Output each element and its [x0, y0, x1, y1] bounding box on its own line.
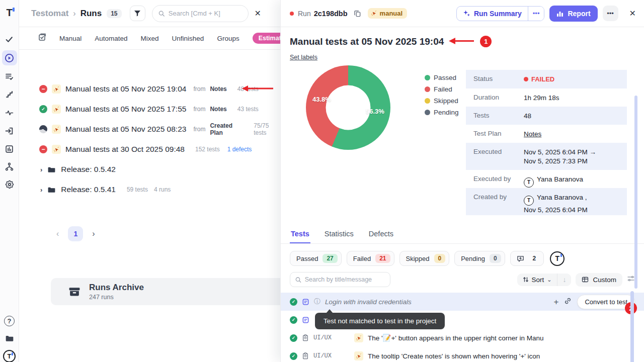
- runs-list: − Manual tests at 05 Nov 2025 19:04 from…: [19, 79, 280, 200]
- select-runs-icon[interactable]: [38, 33, 46, 43]
- test-tag: UI/UX: [313, 334, 350, 341]
- detail-tabs: Tests Statistics Defects: [281, 226, 644, 244]
- assignee-avatar[interactable]: T: [550, 251, 565, 266]
- link-icon[interactable]: [564, 297, 572, 307]
- activity-icon[interactable]: [2, 105, 17, 120]
- docs-folder-icon[interactable]: [2, 331, 17, 346]
- tests-search-input[interactable]: [305, 276, 385, 283]
- tab-estimate-badge[interactable]: Estimate: [253, 33, 280, 44]
- branch-icon[interactable]: [2, 159, 17, 174]
- info-row-duration: Duration 1h 29m 18s: [466, 88, 627, 107]
- run-summary-more-button[interactable]: •••: [528, 7, 544, 21]
- run-title: Manual tests at 05 Nov 2025 08:23: [65, 125, 186, 134]
- chip-passed[interactable]: Passed27: [290, 251, 342, 266]
- run-row[interactable]: − Manual tests at 05 Nov 2025 19:04 from…: [19, 79, 280, 99]
- test-row[interactable]: ✓ UI/UX The tooltip 'Create notes' is sh…: [281, 347, 644, 362]
- detail-close-icon[interactable]: ✕: [629, 9, 636, 18]
- run-id: 2c198dbb: [314, 10, 348, 18]
- copy-icon: [354, 10, 361, 17]
- download-button[interactable]: ↓: [557, 274, 571, 286]
- tab-manual[interactable]: Manual: [59, 35, 82, 42]
- copy-run-id-button[interactable]: [354, 10, 361, 17]
- tab-defects[interactable]: Defects: [368, 226, 394, 243]
- folder-title: Release: 0.5.42: [61, 165, 116, 174]
- tab-statistics[interactable]: Statistics: [324, 226, 355, 243]
- chevron-down-icon: ⌄: [547, 277, 551, 283]
- help-icon[interactable]: ?: [2, 313, 17, 328]
- release-folder-row[interactable]: › Release: 0.5.41 59 tests 4 runs: [19, 179, 280, 200]
- testomat-logo[interactable]: T: [2, 5, 17, 20]
- duration-value: 1h 29m 18s: [524, 88, 559, 103]
- custom-columns-button[interactable]: Custom: [576, 273, 622, 287]
- sort-label: Sort: [532, 276, 544, 284]
- chevron-right-icon[interactable]: ›: [40, 166, 42, 173]
- runs-close-icon[interactable]: ✕: [255, 9, 261, 18]
- run-defects-link[interactable]: 1 defects: [227, 146, 252, 153]
- play-circle-icon[interactable]: [2, 50, 17, 65]
- test-title: The '📝+' button appears in the upper rig…: [368, 334, 544, 342]
- run-title: Manual tests at 05 Nov 2025 19:04: [65, 84, 186, 94]
- filter-icon: [134, 10, 141, 17]
- chip-pending[interactable]: Pending0: [454, 251, 505, 266]
- test-plan-link[interactable]: Notes: [524, 125, 541, 139]
- failed-dot-icon: [524, 77, 528, 81]
- breadcrumb-section[interactable]: Runs: [80, 9, 102, 19]
- tab-tests[interactable]: Tests: [290, 226, 310, 243]
- status-value: FAILED: [531, 75, 554, 84]
- executed-by-value: Yana Baranova: [537, 175, 583, 183]
- page-next-icon[interactable]: ›: [92, 229, 95, 238]
- tab-mixed[interactable]: Mixed: [141, 35, 159, 42]
- runs-count-badge: 15: [107, 9, 121, 18]
- run-title: Manual tests at 05 Nov 2025 19:04: [290, 36, 444, 47]
- chart-box-icon[interactable]: [2, 141, 17, 156]
- page-prev-icon[interactable]: ‹: [56, 229, 59, 238]
- clipboard-icon: [302, 352, 309, 359]
- filter-button[interactable]: [130, 6, 145, 21]
- user-avatar[interactable]: T: [2, 348, 17, 362]
- runs-search[interactable]: [152, 5, 249, 22]
- breadcrumb-project[interactable]: Testomat: [31, 9, 68, 19]
- user-avatar: T: [524, 177, 534, 188]
- manual-cursor-icon: [371, 10, 377, 17]
- run-summary-button[interactable]: Run Summary: [457, 7, 528, 21]
- steps-icon[interactable]: [2, 87, 17, 102]
- tab-automated[interactable]: Automated: [95, 35, 127, 42]
- gear-icon[interactable]: [2, 177, 17, 192]
- adjust-icon[interactable]: [627, 275, 635, 285]
- set-labels-link[interactable]: Set labels: [290, 54, 317, 61]
- run-row[interactable]: Manual tests at 05 Nov 2025 08:23 from C…: [19, 119, 280, 139]
- report-button[interactable]: Report: [549, 6, 597, 22]
- legend-dot-skipped: [425, 98, 430, 104]
- runs-search-input[interactable]: [169, 10, 242, 17]
- plus-icon[interactable]: +: [554, 298, 559, 306]
- tests-search[interactable]: [290, 272, 390, 287]
- run-row[interactable]: − Manual tests at 30 Oct 2025 09:48 152 …: [19, 139, 280, 159]
- runs-archive-row[interactable]: Runs Archive 247 runs: [51, 278, 280, 305]
- chip-skipped[interactable]: Skipped0: [399, 251, 450, 266]
- chevron-right-icon[interactable]: ›: [40, 186, 42, 194]
- test-row[interactable]: ✓ UI/UX The '📝+' button appears in the u…: [281, 329, 644, 347]
- run-row[interactable]: ✓ Manual tests at 05 Nov 2025 17:55 from…: [19, 99, 280, 119]
- user-avatar: T: [524, 196, 534, 206]
- list-check-icon[interactable]: [2, 69, 17, 84]
- import-icon[interactable]: [2, 123, 17, 138]
- check-icon[interactable]: [2, 32, 17, 47]
- tests-scrollbar[interactable]: [630, 291, 634, 362]
- sort-button[interactable]: Sort ⌄: [517, 274, 557, 286]
- legend-label: Skipped: [434, 97, 458, 105]
- detail-scrollbar[interactable]: [634, 96, 637, 289]
- tab-unfinished[interactable]: Unfinished: [172, 35, 204, 42]
- info-row-test-plan: Test Plan Notes: [466, 125, 627, 143]
- tab-groups[interactable]: Groups: [217, 35, 239, 42]
- app-window: T ? T Testomat › Runs 15 ✕ Manual: [0, 0, 644, 362]
- chip-comments[interactable]: 2: [510, 251, 544, 266]
- runs-filter-tabs: Manual Automated Mixed Unfinished Groups…: [19, 27, 280, 50]
- results-donut-chart: 43.8% 56.3%: [306, 65, 390, 150]
- search-icon: [158, 10, 165, 17]
- test-row[interactable]: ✓ ⓘ Login with invalid credentials + Con…: [281, 293, 644, 311]
- detail-more-button[interactable]: •••: [603, 6, 618, 21]
- chip-failed[interactable]: Failed21: [347, 251, 394, 266]
- release-folder-row[interactable]: › Release: 0.5.42: [19, 159, 280, 179]
- folder-icon: [47, 186, 56, 194]
- page-number[interactable]: 1: [68, 226, 83, 241]
